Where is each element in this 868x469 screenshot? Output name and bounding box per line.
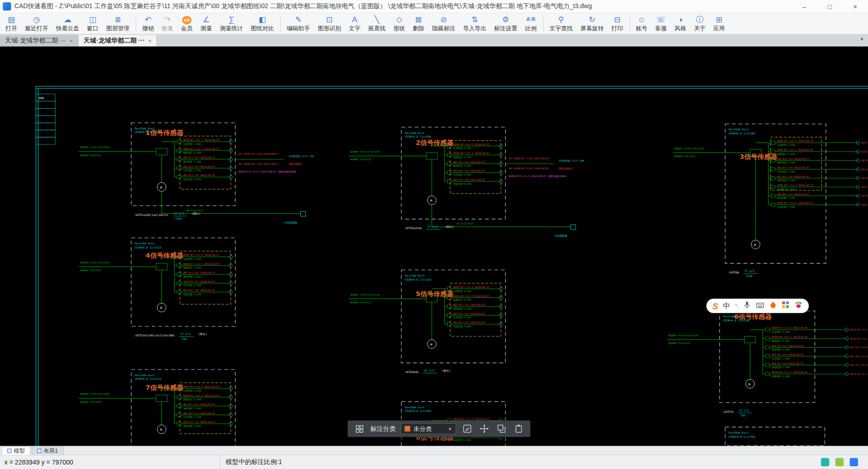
text-search-button[interactable]: ⚲文字查找 <box>545 14 576 34</box>
svg-text:WDZ-BYJ-3×4-JDG20/WC/FC: WDZ-BYJ-3×4-JDG20/WC/FC <box>850 355 868 358</box>
import-export-icon: ⇅ <box>472 14 478 24</box>
status-feedback-icon[interactable] <box>835 458 844 466</box>
svg-text:WDZ-BYJ-3×4-JDG20/WC/FC: WDZ-BYJ-3×4-JDG20/WC/FC <box>453 303 486 306</box>
tab-overflow-arrow-icon[interactable]: ▼ <box>860 37 864 42</box>
app-window: CAD快速看图 - Z:\Public\01 工作盘\05 陈芝麻烂谷子\11 … <box>0 0 868 469</box>
import-export-button[interactable]: ⇅导入导出 <box>459 14 490 34</box>
annotation-classify-bar: 标注分类 未分类 ▼ <box>347 421 530 437</box>
edit-assistant-button[interactable]: ✎编辑助手 <box>283 14 313 34</box>
status-skin-icon[interactable] <box>821 458 829 466</box>
ime-language-mode[interactable]: 中 <box>723 301 730 311</box>
close-button[interactable]: × <box>843 0 868 13</box>
emoji-grid-icon[interactable] <box>782 301 790 311</box>
tab-close-icon[interactable]: × <box>69 37 73 44</box>
svg-text:WDZ-BYJ-3×6-JDG25/WC/FC: WDZ-BYJ-3×6-JDG25/WC/FC <box>183 174 215 177</box>
toolbar-button-label: 标注设置 <box>494 24 517 32</box>
sheet-tab-layout1[interactable]: 布局1 <box>32 446 63 455</box>
tab-drawing-1[interactable]: 天城·龙域华都二期 ··· × <box>0 35 78 47</box>
sheet-tab-label: 模型 <box>14 447 25 455</box>
measure-icon: ∠ <box>203 14 209 24</box>
account-button[interactable]: ☺账号 <box>632 14 651 34</box>
cad-canvas[interactable]: A06Pe=15kW Kx=1COSΦ=0.8 Ijs=29AWDZWDY-4×… <box>0 47 868 446</box>
text-icon: A <box>352 14 357 24</box>
hot-news-icon[interactable] <box>770 301 777 311</box>
classify-selected: 未分类 <box>414 425 445 433</box>
toolbar-button-label: 图纸对比 <box>251 24 274 32</box>
shape-recognition-button[interactable]: ⊡图形识别 <box>314 14 345 34</box>
measure-stats-button[interactable]: ∑测量统计 <box>216 14 247 34</box>
open-button[interactable]: ▤打开 <box>2 14 21 34</box>
ime-punctuation-mode[interactable]: °, <box>735 303 738 309</box>
delete-button[interactable]: ⊠删除 <box>409 14 428 34</box>
svg-text:BV-4×10/PC25: BV-4×10/PC25 <box>187 209 203 212</box>
svg-text:车库照明 1.5kW: 车库照明 1.5kW <box>777 170 796 173</box>
svg-text:WDZN-BYJ-3×2.5-JDG20/WC/FC: WDZN-BYJ-3×2.5-JDG20/WC/FC <box>772 326 808 329</box>
shapes-icon: ◇ <box>396 14 402 24</box>
svg-text:楼道照明 1.0kW: 楼道照明 1.0kW <box>183 160 201 163</box>
scale-button[interactable]: A:B比例 <box>521 14 540 34</box>
redo-button[interactable]: ↷恢复 <box>158 14 177 34</box>
svg-text:疏散指示 0.3kW: 疏散指示 0.3kW <box>183 266 201 269</box>
svg-text:疏散指示 0.3kW: 疏散指示 0.3kW <box>453 156 472 159</box>
toolbar-button-label: 导入导出 <box>463 24 486 32</box>
annotate-edit-icon[interactable] <box>461 423 473 435</box>
window-button[interactable]: ◫窗口 <box>83 14 102 34</box>
svg-text:-1ATE4b4e: -1ATE4b4e <box>404 370 419 373</box>
tab-close-icon[interactable]: × <box>148 37 152 44</box>
annotate-paste-icon[interactable] <box>513 423 525 435</box>
shapes-button[interactable]: ◇形状 <box>390 14 409 34</box>
style-button[interactable]: ◑风格 <box>670 14 690 34</box>
classify-grid-icon[interactable] <box>353 423 366 435</box>
screen-rotate-button[interactable]: ↻屏幕旋转 <box>577 14 608 34</box>
about-button[interactable]: ⓘ关于 <box>690 14 709 34</box>
svg-text:WDZ-BYJ-3×4-JDG20/WC/FC: WDZ-BYJ-3×4-JDG20/WC/FC <box>183 156 215 159</box>
svg-text:疏散指示 0.3kW: 疏散指示 0.3kW <box>183 398 201 401</box>
toolbar: ▤打开◷最近打开☁快看云盘◫窗口≣图层管理↶撤销↷恢复VIP会员∠测量∑测量统计… <box>0 13 868 34</box>
draw-line-button[interactable]: ╲画直线 <box>364 14 390 34</box>
classify-dropdown[interactable]: 未分类 ▼ <box>401 423 456 434</box>
svg-text:WDZN-BYJ-3×2.5-JDG20/WC/FC: WDZN-BYJ-3×2.5-JDG20/WC/FC <box>777 148 814 151</box>
sheet-tab-model[interactable]: 模型 <box>2 446 31 455</box>
toolbar-button-label: 关于 <box>694 24 706 32</box>
apps-button[interactable]: ⊞应用 <box>709 14 729 34</box>
customer-service-button[interactable]: ☏客服 <box>651 14 671 34</box>
print-button[interactable]: ⊟打印 <box>608 14 627 34</box>
minimize-button[interactable]: – <box>791 0 817 13</box>
drawing-compare-button[interactable]: ◧图纸对比 <box>247 14 278 34</box>
tab-drawing-2[interactable]: 天城·龙域华都二期 ··· × <box>78 35 157 47</box>
hide-annotations-button[interactable]: ⊘隐藏标注 <box>428 14 459 34</box>
classify-color-swatch <box>405 426 410 431</box>
annotation-settings-button[interactable]: ⚙标注设置 <box>490 14 521 34</box>
svg-text:COSΦ=0.8 Ijs=29A: COSΦ=0.8 Ijs=29A <box>405 135 431 139</box>
svg-text:车库照明 1.5kW: 车库照明 1.5kW <box>183 284 201 287</box>
recent-open-button[interactable]: ◷最近打开 <box>21 14 52 34</box>
svg-text:15kW: 15kW <box>175 217 182 220</box>
maximize-button[interactable]: □ <box>817 0 843 13</box>
measure-button[interactable]: ∠测量 <box>197 14 216 34</box>
svg-text:WDZ-BYJ-3×6-JDG25/WC/FC: WDZ-BYJ-3×6-JDG25/WC/FC <box>453 321 486 324</box>
svg-text:WDZN-BYJ-3×2.5-JDG20/WC/FC: WDZN-BYJ-3×2.5-JDG20/WC/FC <box>183 254 219 256</box>
microphone-icon[interactable] <box>743 301 751 311</box>
svg-text:WDZWDY-4×25+1×16/SC40: WDZWDY-4×25+1×16/SC40 <box>674 147 704 150</box>
svg-text:Pe=15kW Kx=1: Pe=15kW Kx=1 <box>728 128 748 131</box>
svg-text:应急照明 0.5kW: 应急照明 0.5kW <box>772 330 790 333</box>
paw-sticker-icon[interactable] <box>795 301 803 311</box>
annotate-copy-icon[interactable] <box>496 423 508 435</box>
text-button[interactable]: A文字 <box>345 14 364 34</box>
ime-logo-icon[interactable]: S <box>713 301 718 311</box>
svg-text:Pe=11kW Kx=1: Pe=11kW Kx=1 <box>405 274 424 277</box>
vip-member-button[interactable]: VIP会员 <box>177 14 197 34</box>
svg-text:消防模块 0.2kW: 消防模块 0.2kW <box>772 375 790 378</box>
keyboard-icon[interactable] <box>756 301 765 311</box>
annotate-move-icon[interactable] <box>478 423 491 435</box>
svg-text:WDZN-BYJ-3×2.5-JDG20/WC/FC: WDZN-BYJ-3×2.5-JDG20/WC/FC <box>453 286 490 288</box>
svg-text:WDZN-RYJS-2×1.5-JDG20/WD/FC 消防: WDZN-RYJS-2×1.5-JDG20/WD/FC 消防电源监控模块 <box>239 170 297 173</box>
about-icon: ⓘ <box>696 14 704 24</box>
cloud-drive-button[interactable]: ☁快看云盘 <box>52 14 83 34</box>
svg-text:WDZ-BYJ-3×6-JDG25/WC/FC: WDZ-BYJ-3×6-JDG25/WC/FC <box>850 364 868 366</box>
layer-manager-button[interactable]: ≣图层管理 <box>102 14 133 34</box>
undo-button[interactable]: ↶撤销 <box>138 14 158 34</box>
status-help-icon[interactable] <box>850 458 858 466</box>
svg-text:M: M <box>160 186 162 190</box>
svg-text:M: M <box>430 343 432 347</box>
